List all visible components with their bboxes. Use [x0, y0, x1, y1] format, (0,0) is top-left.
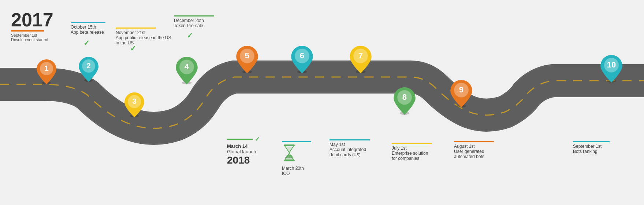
oct15-event: App beta release	[71, 30, 105, 35]
label-oct15: October 15th App beta release	[71, 22, 105, 35]
svg-text:6: 6	[300, 51, 304, 60]
pin-8: 8	[394, 87, 416, 116]
pin-1: 1	[37, 59, 56, 86]
pin-5: 5	[236, 46, 258, 75]
label-march14: ✓ March 14 Global launch 2018	[227, 136, 260, 166]
check-2: ✓	[83, 39, 90, 47]
pin-4: 4	[176, 57, 198, 86]
svg-text:7: 7	[358, 51, 363, 60]
year-2017-label: 2017 September 1st Development started	[11, 10, 53, 42]
svg-text:3: 3	[132, 97, 136, 105]
pin-2: 2	[79, 57, 98, 83]
svg-text:4: 4	[185, 62, 189, 71]
pin-7: 7	[350, 46, 372, 75]
label-july1: July 1st Enterprise solution for compani…	[392, 143, 432, 161]
svg-text:5: 5	[245, 51, 249, 60]
march20-date: March 20th	[282, 166, 311, 171]
svg-text:8: 8	[402, 92, 407, 102]
label-sept1-bots: September 1st Bots ranking	[573, 141, 610, 154]
march14-event: Global launch	[227, 149, 260, 154]
pin-10: 10	[600, 55, 622, 84]
nov21-date: November 21st	[116, 30, 171, 35]
march20-event: ICO	[282, 171, 311, 176]
check-4: ✓	[187, 31, 193, 40]
svg-text:2: 2	[86, 62, 90, 70]
august1-date: August 1st	[454, 144, 494, 149]
svg-text:1: 1	[44, 64, 48, 72]
pin-9: 9	[450, 80, 472, 109]
dec20-event: Token Pre-sale	[174, 23, 214, 28]
label-may1: May 1st Account integrated debit cards (…	[330, 139, 370, 157]
svg-text:10: 10	[607, 60, 616, 69]
label-march20: March 20th ICO	[282, 141, 311, 176]
pin-3: 3	[124, 92, 144, 119]
svg-text:9: 9	[459, 85, 464, 94]
march14-date: March 14	[227, 143, 260, 149]
label-nov21: November 21st App public release in the …	[116, 28, 171, 45]
dec20-date: December 20th	[174, 18, 214, 23]
year-number: 2017	[11, 10, 53, 29]
label-august1: August 1st User generated automated bots	[454, 141, 494, 159]
march14-year: 2018	[227, 154, 260, 166]
oct15-date: October 15th	[71, 25, 105, 30]
year-subtitle: September 1st	[11, 33, 53, 37]
label-dec20: December 20th Token Pre-sale	[174, 15, 214, 28]
main-container: 2017 September 1st Development started 1…	[0, 0, 644, 205]
pin-6: 6	[291, 46, 313, 75]
year-subtitle2: Development started	[11, 37, 53, 42]
